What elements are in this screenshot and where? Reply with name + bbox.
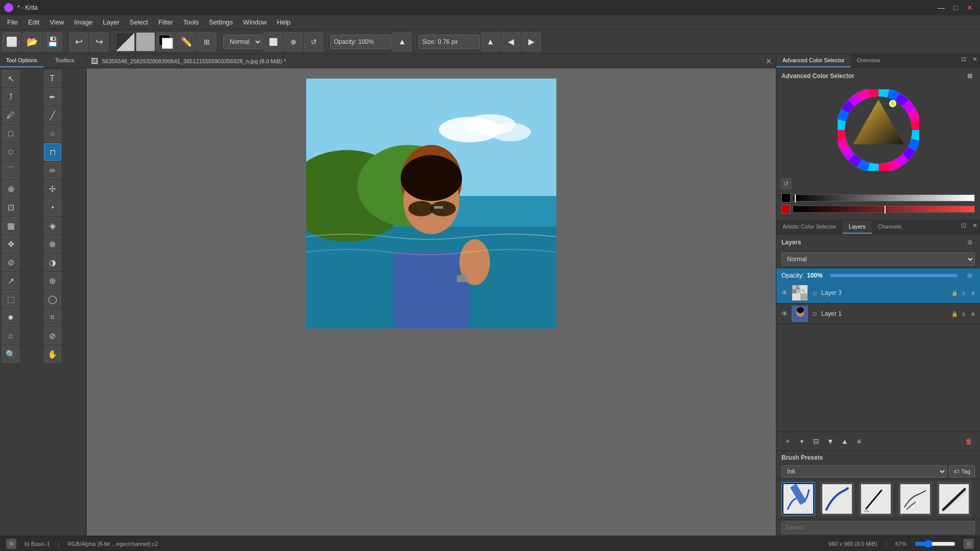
add-layer-button[interactable]: ＋ — [781, 435, 794, 447]
tool-rect-select[interactable]: ⬚ — [2, 290, 19, 308]
tool-multipoint[interactable]: ∞ — [44, 162, 61, 179]
color-swatch-gray[interactable] — [136, 32, 155, 52]
tool-contiguous-select[interactable]: ⌂ — [2, 327, 19, 344]
tool-deform[interactable]: ⊘ — [44, 327, 61, 344]
size-up[interactable]: ▲ — [481, 32, 500, 52]
tool-brush[interactable]: 🖊 — [2, 107, 19, 124]
tool-anchor[interactable]: ⊛ — [44, 272, 61, 289]
tool-polygon[interactable]: ⬠ — [2, 143, 19, 161]
menu-window[interactable]: Window — [238, 17, 272, 27]
size-arrow-right[interactable]: ▶ — [522, 32, 541, 52]
layer-3-passthrough[interactable]: ⊕ — [969, 289, 977, 297]
brush-filter-select[interactable]: Ink — [781, 465, 947, 478]
layer-3-lock[interactable]: 🔒 — [950, 289, 959, 297]
blend-mode-select[interactable]: Normal — [223, 35, 262, 49]
layer-3-alpha[interactable]: α — [960, 289, 968, 297]
tool-zoom[interactable]: 🔍 — [2, 345, 19, 363]
menu-tools[interactable]: Tools — [178, 17, 204, 27]
size-arrow-left[interactable]: ◀ — [501, 32, 521, 52]
maximize-button[interactable]: □ — [949, 2, 962, 14]
status-canvas-icon[interactable]: ⊞ — [6, 539, 16, 549]
undo-button[interactable]: ↩ — [69, 32, 88, 52]
slider-red-track[interactable] — [793, 206, 975, 213]
move-layer-down-button[interactable]: ▼ — [824, 435, 837, 447]
menu-file[interactable]: File — [2, 17, 23, 27]
color-panel-float[interactable]: ⊡ — [959, 54, 969, 64]
canvas-close-button[interactable]: ✕ — [766, 57, 772, 65]
erase-button[interactable]: ⬜ — [263, 32, 283, 52]
close-button[interactable]: ✕ — [964, 2, 976, 14]
refresh-button[interactable]: ↺ — [304, 32, 324, 52]
layers-filter-icon[interactable]: ⧉ — [965, 237, 975, 247]
add-layer-dropdown[interactable]: ▼ — [796, 435, 808, 447]
photo-canvas[interactable] — [306, 79, 556, 329]
tool-path[interactable]: ⊓ — [44, 143, 61, 161]
move-layer-up-button[interactable]: ▲ — [839, 435, 851, 447]
menu-edit[interactable]: Edit — [23, 17, 44, 27]
canvas-content[interactable] — [87, 68, 776, 536]
brush-item-1[interactable] — [781, 482, 815, 516]
canvas-layout-button[interactable]: ⊞ — [197, 32, 216, 52]
layer-3-visibility[interactable]: 👁 — [779, 288, 790, 298]
tool-smart-patch[interactable]: ✦ — [44, 198, 61, 216]
tool-pan[interactable]: ✋ — [44, 345, 61, 363]
tool-line[interactable]: ╱ — [44, 107, 61, 124]
tool-color-fill[interactable]: ◈ — [44, 217, 61, 234]
tab-layers[interactable]: Layers — [843, 220, 872, 234]
mirror-button[interactable]: ⊕ — [284, 32, 303, 52]
save-button[interactable]: 💾 — [43, 32, 62, 52]
menu-layer[interactable]: Layer — [97, 17, 125, 27]
tool-clone[interactable]: ⊗ — [44, 235, 61, 253]
redo-button[interactable]: ↪ — [89, 32, 109, 52]
group-layer-button[interactable]: ⊟ — [810, 435, 822, 447]
slider-black-thumb[interactable] — [794, 194, 796, 203]
opacity-slider[interactable] — [830, 274, 958, 277]
tool-gradient[interactable]: ▦ — [2, 217, 19, 234]
tool-text[interactable]: T — [44, 70, 61, 87]
brush-preset-button[interactable]: ✏️ — [177, 32, 196, 52]
tool-erase[interactable]: ⊘ — [2, 254, 19, 271]
open-button[interactable]: 📂 — [22, 32, 42, 52]
menu-filter[interactable]: Filter — [153, 17, 178, 27]
tool-measure[interactable]: ↗ — [2, 272, 19, 289]
tab-channels[interactable]: Channels — [872, 220, 908, 234]
tab-artistic-color[interactable]: Artistic Color Selector — [776, 220, 843, 234]
brush-item-5[interactable] — [937, 482, 971, 516]
fg-bg-colors[interactable] — [156, 32, 176, 52]
layers-blend-mode-select[interactable]: Normal — [781, 253, 975, 266]
tab-tool-options[interactable]: Tool Options — [0, 54, 43, 67]
minimize-button[interactable]: — — [935, 2, 947, 14]
layer-1-alpha[interactable]: α — [960, 310, 968, 318]
grid-view-icon[interactable]: ⊞ — [965, 71, 975, 81]
lower-panel-float[interactable]: ⊡ — [959, 220, 969, 231]
tab-advanced-color[interactable]: Advanced Color Selector — [776, 54, 851, 67]
delete-layer-button[interactable]: 🗑 — [963, 435, 975, 447]
menu-select[interactable]: Select — [125, 17, 153, 27]
menu-settings[interactable]: Settings — [204, 17, 238, 27]
tool-crop[interactable]: ⊡ — [2, 198, 19, 216]
status-right-icon[interactable]: ⊟ — [964, 539, 974, 549]
tool-ellipse[interactable]: ○ — [44, 125, 61, 142]
layer-row-3[interactable]: 👁 ⊡ Layer 3 🔒 α — [776, 283, 980, 304]
brush-item-2[interactable] — [820, 482, 854, 516]
tool-freehand-selection[interactable]: ⌗ — [44, 309, 61, 326]
color-refresh-button[interactable]: ↺ — [780, 178, 792, 189]
tool-rect[interactable]: □ — [2, 125, 19, 142]
lower-panel-close[interactable]: ✕ — [970, 220, 980, 231]
layer-1-passthrough[interactable]: ⊕ — [969, 310, 977, 318]
color-swatch-pattern[interactable] — [115, 32, 135, 52]
tool-transform[interactable]: ⊕ — [2, 180, 19, 197]
menu-view[interactable]: View — [44, 17, 69, 27]
layer-1-lock[interactable]: 🔒 — [950, 310, 959, 318]
brush-item-4[interactable] — [898, 482, 932, 516]
tab-toolbox[interactable]: Toolbox — [43, 54, 87, 67]
tool-calligraphy[interactable]: ✒ — [44, 88, 61, 106]
brush-search-input[interactable] — [781, 521, 975, 534]
tool-poly-select[interactable]: ⬟ — [2, 309, 19, 326]
slider-red-thumb[interactable] — [884, 205, 886, 214]
layer-row-1[interactable]: 👁 ⊡ Layer 1 🔒 α ⊕ — [776, 304, 980, 324]
opacity-up[interactable]: ▲ — [393, 32, 412, 52]
tool-dodge[interactable]: ◑ — [44, 254, 61, 271]
layer-properties-button[interactable]: ≡ — [853, 435, 865, 447]
color-wheel[interactable] — [838, 89, 919, 171]
